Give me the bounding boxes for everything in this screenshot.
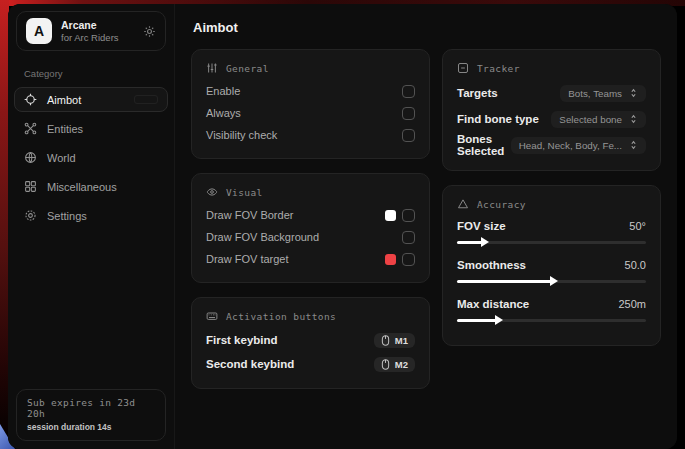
smoothness-slider[interactable] <box>457 280 646 283</box>
setting-label: First keybind <box>206 334 278 346</box>
fov-target-checkbox[interactable] <box>402 253 415 266</box>
sidebar-item-aimbot[interactable]: Aimbot <box>14 87 168 112</box>
second-keybind-button[interactable]: M2 <box>374 357 415 372</box>
setting-label: Find bone type <box>457 113 539 125</box>
setting-label: Bones Selected <box>457 133 511 157</box>
slider-label: Smoothness <box>457 259 526 271</box>
always-checkbox[interactable] <box>402 107 415 120</box>
setting-label: Always <box>206 107 241 119</box>
sidebar-item-miscellaneous[interactable]: Miscellaneous <box>14 174 168 199</box>
first-keybind-button[interactable]: M1 <box>374 333 415 348</box>
crosshair-icon <box>24 93 37 106</box>
app-subtitle: for Arc Riders <box>61 32 119 43</box>
dropdown-value: Selected bone <box>559 114 622 125</box>
enable-checkbox[interactable] <box>402 85 415 98</box>
setting-row-enable: Enable <box>206 80 415 102</box>
setting-row-first-keybind: First keybind M1 <box>206 328 415 352</box>
sub-expires-text: Sub expires in 23d 20h <box>27 397 155 419</box>
card-title: Visual <box>226 187 263 198</box>
slider-thumb[interactable] <box>550 276 558 286</box>
visual-card: Visual Draw FOV Border Draw FOV Backgrou… <box>191 173 430 283</box>
setting-row-always: Always <box>206 102 415 124</box>
setting-row-fov-target: Draw FOV target <box>206 248 415 270</box>
sliders-icon <box>206 62 218 74</box>
setting-row-targets: Targets Bots, Teams <box>457 80 646 106</box>
max-distance-slider[interactable] <box>457 319 646 322</box>
subscription-card: Sub expires in 23d 20h session duration … <box>16 389 166 441</box>
slider-thumb[interactable] <box>495 315 503 325</box>
slider-thumb[interactable] <box>481 237 489 247</box>
card-title: Activation buttons <box>226 311 336 322</box>
unfold-icon <box>629 88 638 98</box>
color-swatch-red[interactable] <box>385 254 396 265</box>
bones-selected-dropdown[interactable]: Head, Neck, Body, Fe... <box>511 137 646 154</box>
app-name: Arcane <box>61 19 119 31</box>
setting-row-fov-border: Draw FOV Border <box>206 204 415 226</box>
setting-label: Draw FOV Border <box>206 209 293 221</box>
keyboard-icon <box>206 310 218 322</box>
smoothness-slider-group: Smoothness 50.0 <box>457 255 646 283</box>
category-label: Category <box>24 68 158 79</box>
slider-value: 250m <box>618 298 646 310</box>
color-swatch-white[interactable] <box>385 210 396 221</box>
find-bone-type-dropdown[interactable]: Selected bone <box>551 111 646 128</box>
sidebar-item-settings[interactable]: Settings <box>14 203 168 228</box>
mouse-icon <box>381 359 390 370</box>
fov-border-checkbox[interactable] <box>402 209 415 222</box>
setting-label: Draw FOV Background <box>206 231 319 243</box>
app-logo-letter: A <box>34 23 44 39</box>
setting-row-second-keybind: Second keybind M2 <box>206 352 415 376</box>
setting-row-fov-background: Draw FOV Background <box>206 226 415 248</box>
setting-row-visibility-check: Visibility check <box>206 124 415 146</box>
sidebar-item-label: Aimbot <box>47 94 81 106</box>
eye-icon <box>206 186 218 198</box>
slider-label: Max distance <box>457 298 529 310</box>
sidebar-nav: Aimbot Entities <box>14 87 168 228</box>
visibility-check-checkbox[interactable] <box>402 129 415 142</box>
hotkey-hint-pill <box>134 95 158 104</box>
setting-label: Enable <box>206 85 240 97</box>
setting-row-bones-selected: Bones Selected Head, Neck, Body, Fe... <box>457 132 646 158</box>
box-select-icon <box>457 62 469 74</box>
setting-label: Draw FOV target <box>206 253 289 265</box>
tracker-card: Tracker Targets Bots, Teams <box>442 49 661 171</box>
sidebar-item-world[interactable]: World <box>14 145 168 170</box>
app-window: A Arcane for Arc Riders Category <box>8 4 677 449</box>
card-title: General <box>226 63 269 74</box>
grid-icon <box>24 180 37 193</box>
main-panel: Aimbot General Enable <box>175 4 677 449</box>
fov-size-slider[interactable] <box>457 241 646 244</box>
slider-label: FOV size <box>457 220 506 232</box>
triangle-icon <box>457 198 469 210</box>
dropdown-value: Bots, Teams <box>568 88 622 99</box>
setting-label: Second keybind <box>206 358 294 370</box>
unfold-icon <box>629 140 638 150</box>
app-logo-card: A Arcane for Arc Riders <box>16 11 166 51</box>
setting-label: Visibility check <box>206 129 277 141</box>
sidebar-item-entities[interactable]: Entities <box>14 116 168 141</box>
sidebar-item-label: Settings <box>47 210 87 222</box>
settings-gear-icon <box>24 209 37 222</box>
sidebar-item-label: World <box>47 152 76 164</box>
max-distance-slider-group: Max distance 250m <box>457 294 646 322</box>
fov-background-checkbox[interactable] <box>402 231 415 244</box>
sidebar-item-label: Miscellaneous <box>47 181 117 193</box>
fov-size-slider-group: FOV size 50° <box>457 216 646 244</box>
entities-icon <box>24 122 37 135</box>
card-title: Tracker <box>477 63 520 74</box>
targets-dropdown[interactable]: Bots, Teams <box>560 85 646 102</box>
page-title: Aimbot <box>193 20 661 35</box>
sidebar: A Arcane for Arc Riders Category <box>8 4 175 449</box>
keybind-value: M2 <box>395 359 408 370</box>
dropdown-value: Head, Neck, Body, Fe... <box>519 140 622 151</box>
general-card: General Enable Always Visibility check <box>191 49 430 159</box>
sidebar-item-label: Entities <box>47 123 83 135</box>
gear-icon[interactable] <box>143 25 156 38</box>
mouse-icon <box>381 335 390 346</box>
activation-card: Activation buttons First keybind M1 <box>191 297 430 389</box>
globe-icon <box>24 151 37 164</box>
slider-value: 50.0 <box>625 259 646 271</box>
slider-value: 50° <box>629 220 646 232</box>
card-title: Accuracy <box>477 199 526 210</box>
session-duration-text: session duration 14s <box>27 422 155 432</box>
